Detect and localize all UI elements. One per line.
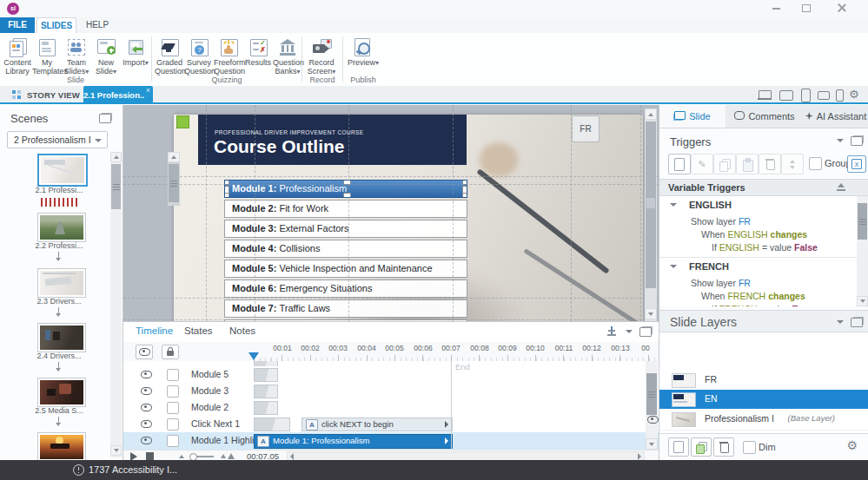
scenes-panel-dock-icon[interactable]: [99, 114, 111, 123]
triggers-menu-caret-icon[interactable]: [837, 139, 844, 142]
dim-checkbox[interactable]: [743, 441, 756, 454]
row-checkbox[interactable]: [167, 369, 179, 381]
manage-variables-button[interactable]: x: [847, 155, 866, 173]
new-layer-button[interactable]: [668, 437, 689, 457]
timeline-scroll-down-icon[interactable]: [646, 438, 658, 450]
bar-extend-arrow-icon[interactable]: [445, 437, 448, 444]
device-phone-landscape-icon[interactable]: [818, 91, 830, 100]
scenes-scrollbar-thumb[interactable]: [111, 164, 121, 209]
playhead-icon[interactable]: [248, 352, 259, 360]
module-row-selected[interactable]: Module 1: Professionalism: [224, 180, 467, 198]
device-tablet-portrait-icon[interactable]: [801, 89, 811, 102]
maximize-button[interactable]: [802, 4, 811, 12]
trigger-when-line[interactable]: WhenENGLISHchanges: [701, 229, 810, 240]
tab-slides[interactable]: SLIDES: [36, 17, 76, 33]
scenes-scrollbar[interactable]: [110, 152, 122, 457]
canvas-scrollbar-thumb[interactable]: [646, 122, 656, 288]
results-button[interactable]: ✓ ✗ Results: [243, 35, 273, 76]
freeform-question-button[interactable]: Freeform Question: [214, 35, 243, 76]
duplicate-layer-button[interactable]: [691, 437, 712, 457]
device-phone-portrait-icon[interactable]: [836, 89, 844, 102]
record-screen-button[interactable]: Record Screen▾: [307, 35, 336, 76]
slide-layers-menu-caret-icon[interactable]: [837, 320, 844, 324]
triggers-scrollbar-thumb[interactable]: [858, 203, 867, 240]
paste-trigger-button[interactable]: [736, 154, 759, 174]
timeline-row[interactable]: Module 2: [123, 399, 659, 417]
reorder-trigger-spinner[interactable]: [781, 154, 804, 174]
tab-states[interactable]: States: [184, 325, 213, 336]
delete-trigger-button[interactable]: [759, 154, 781, 174]
collapse-all-icon[interactable]: [837, 183, 845, 192]
triggers-scroll-down-icon[interactable]: [857, 296, 868, 306]
slide-canvas[interactable]: PROFESSIONAL DRIVER IMPROVEMENT COURSE C…: [123, 105, 659, 321]
stop-button[interactable]: [146, 452, 154, 460]
scroll-right-icon[interactable]: [638, 453, 641, 460]
zoom-out-timeline-icon[interactable]: [179, 455, 184, 458]
layer-row-base[interactable]: Professionalism I (Base Layer): [659, 409, 868, 431]
module-row[interactable]: Module 7: Traffic Laws: [224, 299, 467, 318]
row-checkbox[interactable]: [167, 402, 179, 414]
slide-layers-dock-icon[interactable]: [851, 318, 863, 327]
story-view-tab[interactable]: STORY VIEW: [7, 86, 82, 104]
scroll-left-icon[interactable]: [290, 453, 294, 460]
visibility-eye-icon[interactable]: [141, 437, 152, 444]
canvas-left-scroll-up-icon[interactable]: [168, 152, 180, 162]
scene-thumbnail-next[interactable]: [37, 432, 86, 462]
group-collapse-caret-icon[interactable]: [670, 203, 677, 207]
trigger-condition-line[interactable]: IfENGLISH= valueFalse: [712, 242, 820, 253]
slide-stage[interactable]: PROFESSIONAL DRIVER IMPROVEMENT COURSE C…: [174, 115, 643, 321]
new-slide-button[interactable]: New Slide▾: [91, 35, 121, 76]
scene-thumbnail-2-1[interactable]: [37, 154, 88, 187]
scene-thumbnail-2-2[interactable]: [37, 213, 86, 242]
layer-row-en-selected[interactable]: EN: [659, 390, 868, 409]
timeline-row[interactable]: Module 5: [123, 366, 659, 384]
fr-toggle-object[interactable]: FR: [572, 115, 600, 142]
tab-slide-panel[interactable]: Slide: [659, 105, 726, 128]
bar-extend-arrow-icon[interactable]: [445, 421, 448, 428]
scene-thumbnail-2-5[interactable]: [37, 378, 86, 407]
visibility-eye-icon[interactable]: [141, 404, 152, 411]
timeline-scrollbar-v-thumb[interactable]: [646, 373, 657, 415]
copy-trigger-button[interactable]: [713, 154, 736, 174]
slide-tab-close-icon[interactable]: ×: [146, 86, 150, 95]
player-settings-gear-icon[interactable]: ⚙: [849, 88, 859, 101]
my-templates-button[interactable]: My Templates: [32, 35, 62, 76]
trigger-condition-line[interactable]: IfFRENCH= valueTrue: [712, 304, 814, 306]
survey-question-button[interactable]: ? Survey Question: [184, 35, 214, 76]
module-row[interactable]: Module 4: Collisions: [224, 240, 467, 258]
visibility-eye-icon[interactable]: [141, 371, 152, 378]
device-laptop-icon[interactable]: [758, 90, 772, 100]
canvas-left-scroll-fragment[interactable]: [168, 152, 180, 206]
visibility-eye-icon[interactable]: [141, 420, 152, 428]
tab-comments-panel[interactable]: Comments: [726, 105, 805, 128]
scene-selector[interactable]: 2 Professionalism I: [7, 131, 108, 148]
preview-button[interactable]: Preview▾: [348, 35, 377, 76]
group-checkbox[interactable]: [809, 157, 822, 170]
import-button[interactable]: Import▾: [121, 35, 150, 76]
device-desktop-icon[interactable]: [779, 90, 793, 101]
status-message[interactable]: 1737 Accessibility I...: [89, 464, 177, 475]
group-collapse-caret-icon[interactable]: [670, 265, 677, 268]
canvas-scrollbar[interactable]: [645, 108, 657, 321]
timeline-object-bar[interactable]: A click NEXT to begin: [301, 418, 453, 431]
scene-thumbnail-2-3[interactable]: [37, 268, 86, 298]
module-row[interactable]: Module 6: Emergency Situations: [224, 279, 467, 298]
triggers-scrollbar[interactable]: [857, 196, 868, 306]
timeline-dock-icon[interactable]: [639, 327, 652, 337]
module-row[interactable]: Module 2: Fit for Work: [224, 200, 467, 218]
close-button[interactable]: [838, 3, 846, 12]
minimize-button[interactable]: [772, 8, 780, 10]
team-slides-button[interactable]: Team Slides▾: [62, 35, 91, 76]
row-checkbox[interactable]: [167, 435, 179, 447]
new-trigger-button[interactable]: [668, 154, 691, 174]
timeline-ruler[interactable]: 00:01 00:02 00:03 00:04 00:05 00:06 00:0…: [254, 342, 659, 361]
row-checkbox[interactable]: [167, 418, 179, 431]
visibility-eye-icon[interactable]: [141, 387, 152, 395]
row-checkbox[interactable]: [167, 385, 179, 398]
zoom-slider[interactable]: [191, 456, 214, 457]
triggers-dock-icon[interactable]: [851, 136, 863, 146]
slide-tab-active[interactable]: 2.1 Profession... ×: [83, 86, 153, 104]
show-hide-all-eye-button[interactable]: [136, 345, 153, 359]
timeline-row-selected[interactable]: Module 1 Highlight A Module 1: Professio…: [123, 432, 659, 450]
tab-file[interactable]: FILE: [0, 17, 35, 33]
